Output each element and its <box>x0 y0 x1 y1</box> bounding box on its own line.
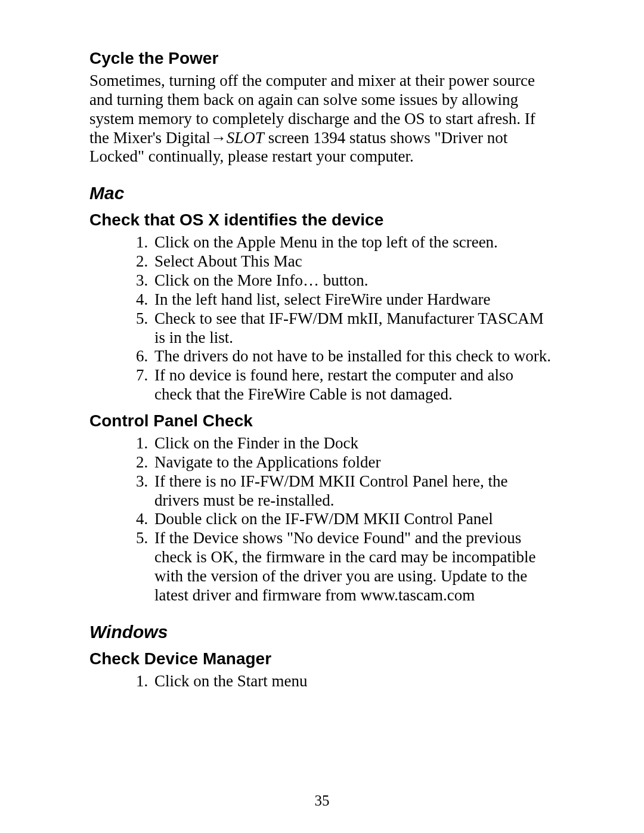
list-item: Select About This Mac <box>152 252 555 271</box>
list-item: Click on the Finder in the Dock <box>152 434 555 453</box>
list-control-panel: Click on the Finder in the Dock Navigate… <box>89 434 555 605</box>
heading-control-panel: Control Panel Check <box>89 411 555 431</box>
heading-mac: Mac <box>89 183 555 203</box>
list-item: Double click on the IF-FW/DM MKII Contro… <box>152 510 555 529</box>
list-item: In the left hand list, select FireWire u… <box>152 290 555 309</box>
list-item: Check to see that IF-FW/DM mkII, Manufac… <box>152 309 555 348</box>
paragraph-cycle-power: Sometimes, turning off the computer and … <box>89 72 555 166</box>
list-item: Click on the Start menu <box>152 672 555 691</box>
list-check-osx: Click on the Apple Menu in the top left … <box>89 233 555 404</box>
list-item: The drivers do not have to be installed … <box>152 347 555 366</box>
list-item: Click on the More Info… button. <box>152 271 555 290</box>
list-item: If no device is found here, restart the … <box>152 366 555 404</box>
heading-check-osx: Check that OS X identifies the device <box>89 210 555 230</box>
document-page: Cycle the Power Sometimes, turning off t… <box>0 0 644 833</box>
heading-cycle-power: Cycle the Power <box>89 49 555 68</box>
slot-text: SLOT <box>227 129 264 147</box>
page-number: 35 <box>0 792 644 809</box>
list-item: Navigate to the Applications folder <box>152 453 555 472</box>
arrow-icon: → <box>210 129 227 147</box>
list-item: If the Device shows "No device Found" an… <box>152 529 555 605</box>
list-item: Click on the Apple Menu in the top left … <box>152 233 555 252</box>
heading-windows: Windows <box>89 622 555 642</box>
heading-device-manager: Check Device Manager <box>89 649 555 668</box>
list-device-manager: Click on the Start menu <box>89 672 555 691</box>
list-item: If there is no IF-FW/DM MKII Control Pan… <box>152 472 555 510</box>
